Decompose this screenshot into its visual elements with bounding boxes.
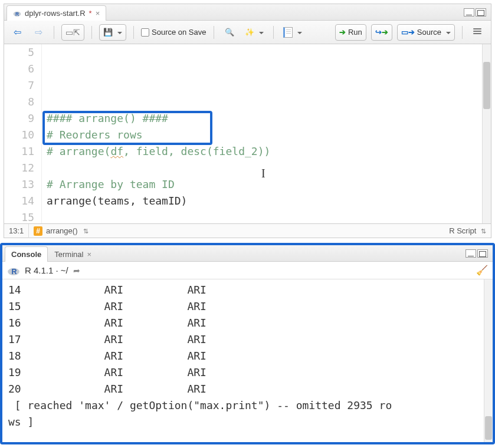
send-icon[interactable]: ➦ — [73, 266, 80, 275]
source-on-save-toggle[interactable]: Source on Save — [141, 28, 206, 37]
console-output[interactable]: 14 ARI ARI 15 ARI ARI 16 ARI ARI 17 ARI … — [2, 279, 493, 442]
show-in-new-window-button[interactable]: ▭⇱ — [61, 24, 84, 41]
nav-back-button[interactable]: ⇦ — [9, 24, 25, 41]
source-button[interactable]: ▭➔Source — [397, 24, 455, 41]
editor-tabbar: R dplyr-rows-start.R* × — [4, 4, 491, 21]
console-session-info: R 4.1.1 · ~/ — [25, 265, 68, 275]
terminal-tab[interactable]: Terminal × — [48, 246, 98, 262]
pane-window-controls — [464, 8, 491, 17]
editor-statusbar: 13:1 # arrange() R Script — [4, 223, 491, 238]
section-hash-icon: # — [34, 226, 42, 236]
run-arrow-icon: ➔ — [339, 28, 346, 37]
notebook-icon — [283, 27, 293, 38]
outline-button[interactable] — [470, 24, 486, 41]
updown-icon — [81, 226, 88, 235]
editor-tab-active[interactable]: R dplyr-rows-start.R* × — [6, 5, 106, 21]
tab-filename: dplyr-rows-start.R — [25, 9, 86, 18]
pane-minimize-icon[interactable] — [464, 8, 474, 17]
editor-scrollbar-thumb[interactable] — [483, 62, 490, 109]
editor-pane: R dplyr-rows-start.R* × ⇦ ⇨ ▭⇱ 💾 Source … — [4, 4, 491, 238]
find-button[interactable]: 🔍 — [221, 24, 238, 41]
r-file-icon: R — [13, 8, 21, 18]
language-picker[interactable]: R Script — [444, 226, 491, 235]
clear-console-button[interactable]: 🧹 — [476, 265, 488, 276]
tab-close-icon[interactable]: × — [87, 250, 91, 259]
console-scrollbar-thumb[interactable] — [485, 416, 492, 440]
pane-maximize-icon[interactable] — [476, 8, 486, 17]
rerun-icon: ↪➔ — [375, 28, 388, 37]
pane-minimize-icon[interactable] — [466, 249, 476, 258]
cursor-position: 13:1 — [4, 224, 29, 238]
code-content[interactable]: I #### arrange() ##### Reorders rows# ar… — [42, 44, 491, 223]
search-icon: 🔍 — [225, 28, 234, 37]
svg-text:R: R — [15, 11, 19, 17]
source-on-save-checkbox[interactable] — [141, 28, 149, 37]
console-pane: Console Terminal × R R 4.1.1 · ~/ ➦ 🧹 14… — [2, 245, 493, 442]
svg-text:R: R — [11, 268, 17, 276]
console-tabbar: Console Terminal × — [2, 245, 493, 262]
editor-toolbar: ⇦ ⇨ ▭⇱ 💾 Source on Save 🔍 ✨ ➔Run ↪➔ ▭➔So… — [4, 21, 491, 44]
source-arrow-icon: ▭➔ — [401, 28, 415, 37]
nav-forward-button[interactable]: ⇨ — [30, 24, 47, 41]
rerun-button[interactable]: ↪➔ — [371, 24, 392, 41]
console-annotation-highlight: Console Terminal × R R 4.1.1 · ~/ ➦ 🧹 14… — [0, 243, 495, 444]
popout-icon: ▭⇱ — [65, 28, 80, 37]
console-info-bar: R R 4.1.1 · ~/ ➦ 🧹 — [2, 262, 493, 279]
pane-window-controls — [466, 249, 493, 258]
tab-close-icon[interactable]: × — [96, 9, 100, 18]
code-nav-picker[interactable]: # arrange() — [29, 226, 93, 236]
save-icon: 💾 — [103, 28, 113, 37]
run-button[interactable]: ➔Run — [335, 24, 366, 41]
wand-icon: ✨ — [245, 28, 254, 37]
editor-scrollbar[interactable] — [482, 44, 491, 223]
pane-maximize-icon[interactable] — [477, 249, 488, 258]
line-gutter: 56789101112131415 — [4, 44, 42, 223]
code-tools-button[interactable]: ✨ — [242, 24, 266, 41]
tab-modified-indicator: * — [89, 9, 92, 18]
save-button[interactable]: 💾 — [99, 24, 126, 41]
compile-report-button[interactable] — [281, 24, 304, 41]
code-editor[interactable]: 56789101112131415 I #### arrange() #####… — [4, 44, 491, 223]
r-logo-icon: R — [7, 265, 20, 275]
updown-icon — [478, 226, 486, 235]
console-scrollbar[interactable] — [484, 279, 493, 442]
console-tab[interactable]: Console — [5, 246, 48, 262]
outline-icon — [473, 28, 483, 37]
